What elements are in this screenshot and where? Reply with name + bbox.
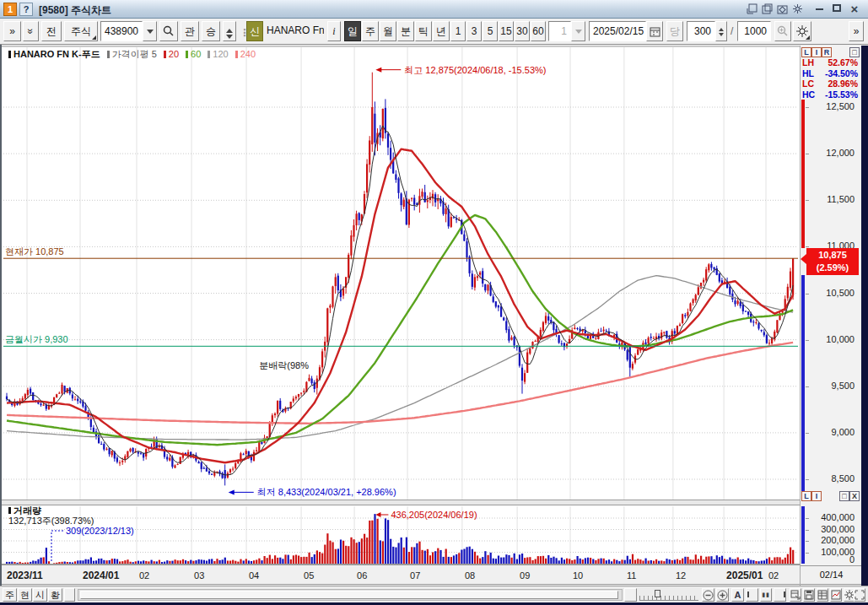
- period-tab-1[interactable]: 일: [344, 21, 361, 41]
- calendar-button[interactable]: [646, 21, 663, 41]
- date-input[interactable]: 2025/02/15: [589, 21, 646, 41]
- statusbar-tab-황[interactable]: 황: [48, 588, 62, 602]
- stat-label: HL: [802, 68, 814, 78]
- scroll-left-button[interactable]: [64, 588, 75, 602]
- current-price-marker: 10,875 (2.59%): [806, 248, 859, 275]
- detach-window-icon[interactable]: [745, 3, 759, 16]
- svg-text:07: 07: [410, 570, 420, 581]
- pane-tool-I[interactable]: I: [811, 47, 822, 57]
- zoom-ruler[interactable]: [639, 590, 698, 601]
- shin-badge: 신: [246, 21, 263, 41]
- zoom-search-button[interactable]: [774, 21, 791, 41]
- go-last-icon[interactable]: [774, 588, 786, 602]
- zoom-ruler-handle[interactable]: [655, 590, 660, 597]
- help-icon[interactable]: ?: [19, 3, 33, 16]
- minute-button-60[interactable]: 60: [531, 21, 546, 41]
- ma-swatch: [164, 51, 166, 58]
- svg-text:309(2023/12/13): 309(2023/12/13): [66, 526, 134, 536]
- duplicate-window-icon[interactable]: [760, 3, 774, 16]
- dang-button[interactable]: 당: [666, 21, 683, 41]
- svg-text:132,713주(398.73%): 132,713주(398.73%): [8, 516, 94, 526]
- price-volume-chart[interactable]: 2023/112024/0102030405060708091011122025…: [2, 46, 800, 586]
- symbol-code-input[interactable]: 438900: [100, 21, 143, 41]
- minute-button-30[interactable]: 30: [515, 21, 530, 41]
- svg-text:12: 12: [676, 570, 686, 581]
- pane-tool-R[interactable]: R: [822, 47, 832, 57]
- volume-pane-tool-I[interactable]: I: [811, 491, 822, 501]
- stat-label: LC: [802, 78, 814, 89]
- minimize-button[interactable]: [811, 3, 827, 16]
- mini-chart-icon[interactable]: [830, 588, 842, 602]
- svg-text:06: 06: [357, 570, 367, 581]
- info-button[interactable]: i: [327, 21, 341, 41]
- symbol-search-button[interactable]: [159, 21, 178, 41]
- svg-text:2025/01: 2025/01: [726, 570, 763, 581]
- fullscreen-icon[interactable]: [854, 588, 865, 602]
- series-swatch: [8, 51, 11, 58]
- table-view-icon[interactable]: [817, 588, 828, 602]
- jeon-button[interactable]: 전: [41, 21, 62, 41]
- legend-symbol-name: HANARO FN K-푸드: [13, 49, 100, 59]
- seung-button[interactable]: 승: [202, 21, 220, 41]
- pause-icon[interactable]: ▮▮: [760, 588, 772, 602]
- zoom-out-icon[interactable]: [702, 588, 714, 602]
- ma-swatch: [107, 51, 110, 58]
- period-tab-4[interactable]: 분: [397, 21, 414, 41]
- statusbar-tab-현[interactable]: 현: [18, 588, 32, 602]
- statusbar-tab-시[interactable]: 시: [33, 588, 47, 602]
- period-tab-5[interactable]: 틱: [415, 21, 432, 41]
- price-tick-label: 12,000: [826, 148, 855, 158]
- symbol-stepper[interactable]: [223, 21, 236, 41]
- svg-text:분배락(98%: 분배락(98%: [259, 360, 309, 370]
- volume-pane-tool-L[interactable]: L: [801, 491, 811, 501]
- auto-scale-button[interactable]: A: [731, 588, 744, 602]
- current-price-value: 10,875: [806, 249, 859, 262]
- svg-text:2023/11: 2023/11: [7, 570, 43, 581]
- bars-stepper[interactable]: [715, 21, 727, 41]
- minute-button-15[interactable]: 15: [499, 21, 514, 41]
- export-icon[interactable]: [790, 588, 801, 602]
- volume-pane-close-icon[interactable]: X: [849, 491, 860, 501]
- scroll-right-button[interactable]: [624, 588, 637, 602]
- bars-shown-input[interactable]: 300: [687, 21, 715, 41]
- svg-text:04: 04: [249, 570, 259, 581]
- period-tab-3[interactable]: 월: [380, 21, 396, 41]
- svg-text:거래량: 거래량: [13, 505, 41, 516]
- zoom-in-icon[interactable]: [716, 588, 729, 602]
- svg-text:최고 12,875(2024/06/18, -15.53%): 최고 12,875(2024/06/18, -15.53%): [404, 65, 546, 75]
- bars-total-input[interactable]: 1000: [737, 21, 771, 41]
- volume-tick-mark: [806, 553, 809, 554]
- statusbar-tab-주[interactable]: 주: [3, 588, 17, 602]
- volume-pane-maximize-icon[interactable]: □: [839, 491, 849, 501]
- toolbar-more-button[interactable]: »: [849, 21, 864, 41]
- settings-star-icon[interactable]: [790, 3, 805, 16]
- left-window-border: [0, 45, 2, 602]
- period-tab-6[interactable]: 년: [433, 21, 450, 41]
- chart-settings-button[interactable]: [793, 21, 811, 41]
- pane-tool-L[interactable]: L: [801, 47, 811, 57]
- volume-tick-label: 0: [849, 554, 855, 564]
- period-tab-2[interactable]: 주: [362, 21, 379, 41]
- minute-button-3[interactable]: 3: [466, 21, 482, 41]
- pane-maximize-icon[interactable]: □: [849, 47, 860, 57]
- go-first-icon[interactable]: [746, 588, 758, 602]
- price-gauge-up: [801, 100, 805, 248]
- minute-button-5[interactable]: 5: [483, 21, 498, 41]
- tick-count-input[interactable]: 1: [548, 21, 571, 41]
- close-button[interactable]: ×: [846, 3, 863, 16]
- expand-toolbar-button[interactable]: »: [3, 21, 21, 41]
- range-stat-LH: LH52.67%: [802, 57, 858, 68]
- stock-type-button[interactable]: 주식: [64, 21, 98, 41]
- capture-icon[interactable]: [775, 3, 790, 16]
- maximize-button[interactable]: [829, 3, 844, 16]
- price-tick-mark: [806, 246, 809, 247]
- gwan-button[interactable]: 관: [181, 21, 199, 41]
- tick-count-dropdown[interactable]: [571, 21, 585, 41]
- collapse-toolbar-button[interactable]: »: [23, 21, 39, 41]
- chart-scrollbar[interactable]: [78, 589, 623, 601]
- minute-button-1[interactable]: 1: [450, 21, 466, 41]
- save-icon[interactable]: [803, 588, 815, 602]
- scrollbar-thumb[interactable]: [80, 591, 618, 599]
- symbol-dropdown-button[interactable]: [143, 21, 157, 41]
- price-tick-label: 11,500: [827, 194, 855, 204]
